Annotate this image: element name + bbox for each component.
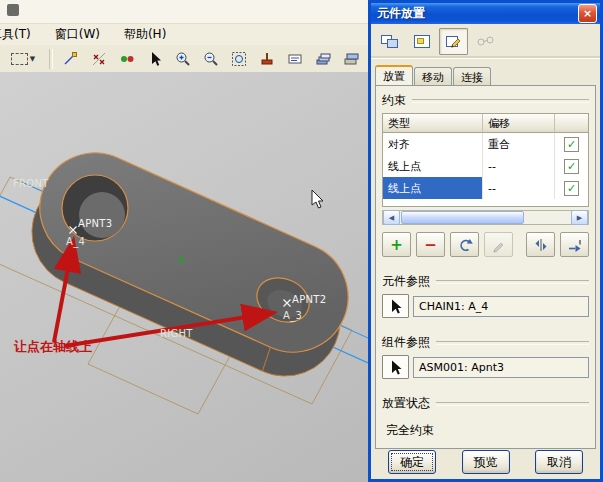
zoom-in-icon [175,51,191,67]
menu-help[interactable]: 帮助(H) [122,25,168,44]
constraint-type-selected: 线上点 [383,177,483,199]
constraint-row-3-selected[interactable]: 线上点 -- ✓ [383,177,588,199]
select-arrow-icon [147,51,163,67]
cancel-button[interactable]: 取消 [535,450,583,474]
selection-filter-button[interactable]: ▼ [2,46,44,72]
tab-placement[interactable]: 放置 [375,65,413,85]
section-rule [436,341,589,345]
selection-filter-icon [11,53,28,65]
scroll-left-icon: ◀ [389,214,394,222]
snap-constraint-button[interactable] [560,232,589,257]
sketch-tool-button[interactable] [58,46,84,72]
reverse-constraint-button[interactable] [450,232,479,257]
component-ref-field[interactable]: CHAIN1: A_4 [413,296,589,317]
zoom-out-icon [203,51,219,67]
menu-tools[interactable]: 工具(T) [0,25,33,44]
assumptions-icon [533,237,549,253]
dialog-tabs: 放置 移动 连接 [371,59,600,85]
constraint-enabled-cell: ✓ [555,155,588,177]
dialog-titlebar[interactable]: 元件放置 × [371,3,600,24]
layers-button[interactable] [310,46,336,72]
component-ref-label: 元件参照 [382,273,430,290]
close-icon: × [583,7,592,20]
close-button[interactable]: × [578,4,597,23]
constraint-type: 对齐 [383,133,483,155]
add-constraint-button[interactable]: + [382,232,411,257]
annotation-text: 让点在轴线上 [14,338,92,356]
assembly-window-button[interactable] [407,28,436,55]
layers-icon [315,51,331,67]
column-header-offset[interactable]: 偏移 [483,114,555,133]
connections-icon [476,33,496,50]
constraints-table: 类型 偏移 对齐 重合 ✓ 线上点 -- ✓ 线上点 -- [382,113,589,207]
component-ref-select-button[interactable] [382,294,409,318]
view-manager-button[interactable] [338,46,364,72]
scroll-right-icon: ▶ [577,214,582,222]
select-arrow-icon [388,359,404,375]
tab-move[interactable]: 移动 [414,67,452,85]
menu-window[interactable]: 窗口(W) [53,25,102,44]
check-icon: ✓ [567,183,576,194]
component-window-button[interactable] [375,28,404,55]
edit-constraint-button[interactable] [484,232,513,257]
edit-placement-button[interactable] [439,28,468,55]
assembly-ref-label: 组件参照 [382,334,430,351]
datum-display-button[interactable] [282,46,308,72]
3d-viewport[interactable]: FRONT RIGHT APNT3 A_4 APNT2 A_3 让点在轴线上 [0,72,368,482]
constraint-offset: -- [483,177,555,199]
remove-constraint-button[interactable]: − [416,232,445,257]
main-toolbar: ▼ [0,45,370,73]
apnt3-label: APNT3 [78,218,112,229]
window-fragment-icon [7,4,19,16]
constraint-row-2[interactable]: 线上点 -- ✓ [383,155,588,177]
constraint-enabled-checkbox[interactable]: ✓ [564,137,579,152]
right-datum-label: RIGHT [160,328,193,339]
scroll-right-button[interactable]: ▶ [571,210,588,225]
datum-point-tool-button[interactable] [86,46,112,72]
constraints-horizontal-scrollbar[interactable]: ◀ ▶ [382,210,589,225]
allow-assumptions-button[interactable] [526,232,555,257]
scrollbar-thumb[interactable] [401,211,524,224]
snap-arrow-icon [567,237,583,253]
constraint-offset: 重合 [483,133,555,155]
assembly-ref-field[interactable]: ASM001: Apnt3 [413,357,589,378]
datum-display-icon [287,51,303,67]
left-hole-bottom [79,192,125,238]
zoom-fit-icon [231,51,247,67]
cad-application-window: 工具(T) 窗口(W) 帮助(H) ▼ [0,0,368,482]
sketch-icon [63,51,79,67]
ok-button[interactable]: 确定 [388,450,436,474]
constraint-enabled-cell: ✓ [555,133,588,155]
scroll-left-button[interactable]: ◀ [383,210,400,225]
zoom-fit-button[interactable] [226,46,252,72]
pencil-disabled-icon [491,237,507,253]
coordinate-tool-button[interactable] [114,46,140,72]
constraints-section-header: 约束 [382,92,589,109]
select-tool-button[interactable] [142,46,168,72]
check-icon: ✓ [567,139,576,150]
constraint-row-1[interactable]: 对齐 重合 ✓ [383,133,588,155]
constraint-enabled-checkbox[interactable]: ✓ [564,159,579,174]
column-header-enabled[interactable] [555,114,588,133]
preview-button[interactable]: 预览 [462,450,510,474]
minus-icon: − [424,236,437,254]
tab-connect[interactable]: 连接 [453,67,491,85]
component-ref-row: CHAIN1: A_4 [382,294,589,318]
component-window-icon [380,33,400,50]
column-header-type[interactable]: 类型 [383,114,483,133]
status-section-label: 放置状态 [382,395,430,412]
zoom-in-button[interactable] [170,46,196,72]
assembly-ref-select-button[interactable] [382,355,409,379]
component-ref-header: 元件参照 [382,273,589,290]
constraint-enabled-checkbox[interactable]: ✓ [564,181,579,196]
coordinate-icon [119,51,135,67]
front-datum-label: FRONT [13,178,49,189]
a4-axis-label: A_4 [66,236,85,247]
repaint-button[interactable] [254,46,280,72]
zoom-out-button[interactable] [198,46,224,72]
window-top-strip [0,0,368,24]
reverse-arrow-icon [457,237,473,253]
connections-button[interactable] [471,28,500,55]
placement-tab-panel: 约束 类型 偏移 对齐 重合 ✓ 线上点 -- ✓ [375,85,596,449]
a3-axis-label: A_3 [283,310,302,321]
